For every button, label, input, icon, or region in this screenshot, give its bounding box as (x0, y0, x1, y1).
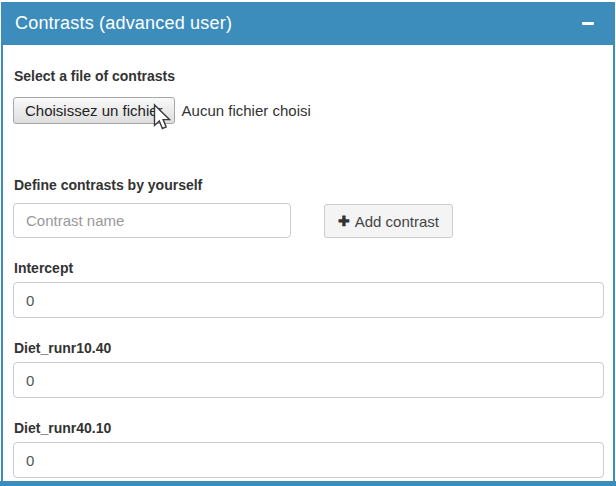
file-status-text: Aucun fichier choisi (182, 102, 311, 119)
panel-body: Select a file of contrasts Choisissez un… (3, 45, 613, 478)
contrast-name-input[interactable] (13, 203, 291, 238)
next-panel-header-edge (0, 481, 616, 486)
diet-runr10-40-label: Diet_runr10.40 (14, 339, 604, 358)
contrast-field-group: Diet_runr10.40 (13, 339, 604, 398)
contrast-field-group: Diet_runr40.10 (13, 419, 604, 478)
file-input-row: Choisissez un fichier Aucun fichier choi… (13, 96, 604, 124)
browse-file-button[interactable]: Choisissez un fichier (13, 97, 175, 124)
define-section-label: Define contrasts by yourself (14, 176, 604, 195)
diet-runr40-10-value-input[interactable] (13, 442, 604, 478)
intercept-value-input[interactable] (13, 282, 604, 318)
panel-title: Contrasts (advanced user) (15, 13, 232, 34)
define-contrast-row: ✚ Add contrast (13, 203, 604, 238)
intercept-label: Intercept (14, 259, 604, 278)
diet-runr10-40-value-input[interactable] (13, 362, 604, 398)
panel-header: Contrasts (advanced user) (3, 2, 613, 45)
collapse-button[interactable] (580, 16, 596, 32)
plus-icon: ✚ (338, 214, 350, 228)
minus-icon (582, 22, 594, 25)
file-section-label: Select a file of contrasts (14, 67, 604, 86)
diet-runr40-10-label: Diet_runr40.10 (14, 419, 604, 438)
contrast-field-group: Intercept (13, 259, 604, 318)
add-contrast-button[interactable]: ✚ Add contrast (324, 204, 453, 238)
add-contrast-button-label: Add contrast (355, 213, 439, 230)
contrasts-panel: Contrasts (advanced user) Select a file … (1, 2, 615, 481)
